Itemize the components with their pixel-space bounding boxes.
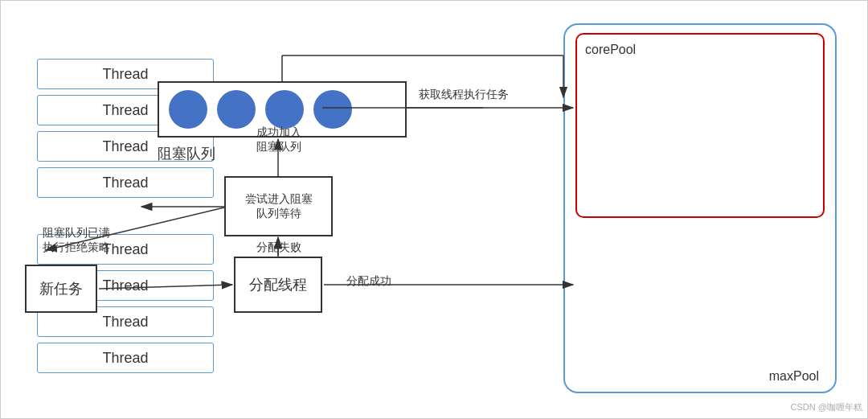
try-queue-label: 尝试进入阻塞队列等待: [245, 192, 313, 221]
thread-box-extra-4: Thread: [37, 343, 214, 373]
watermark: CSDN @咖喱年糕: [791, 401, 862, 413]
queue-full-label: 阻塞队列已满执行拒绝策略: [43, 226, 110, 255]
join-success-label: 成功加入阻塞队列: [256, 125, 301, 154]
try-queue-box: 尝试进入阻塞队列等待: [224, 176, 333, 236]
queue-circle-3: [265, 90, 304, 129]
alloc-fail-label: 分配失败: [256, 240, 301, 255]
allocate-thread-box: 分配线程: [234, 257, 322, 313]
diagram-canvas: maxPool corePool Thread Thread Thread Th…: [0, 0, 868, 419]
queue-circle-1: [169, 90, 207, 129]
core-pool-container: corePool: [575, 33, 825, 218]
alloc-success-label: 分配成功: [346, 274, 391, 289]
max-pool-label: maxPool: [769, 369, 819, 384]
get-thread-label: 获取线程执行任务: [419, 88, 509, 102]
thread-box-core-4: Thread: [37, 167, 214, 198]
queue-circle-2: [217, 90, 256, 129]
new-task-box: 新任务: [25, 265, 97, 313]
blocking-queue-label: 阻塞队列: [158, 144, 215, 163]
core-pool-label: corePool: [585, 43, 636, 57]
queue-circle-4: [313, 90, 352, 129]
